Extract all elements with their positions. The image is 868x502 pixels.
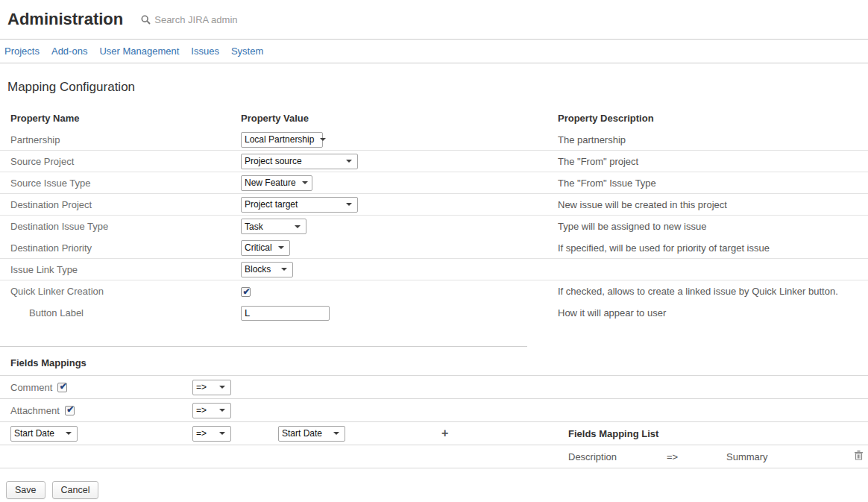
comment-checkbox[interactable]: ✔ <box>57 383 67 392</box>
table-row: Quick Linker Creation ✔ If checked, allo… <box>0 280 868 302</box>
table-row: Attachment ✔ => <box>0 399 868 422</box>
form-actions: Save Cancel <box>6 481 868 499</box>
property-name: Destination Project <box>10 199 241 210</box>
table-row: Source Project Project source The "From"… <box>0 151 868 172</box>
source-project-select[interactable]: Project source <box>241 154 358 169</box>
cancel-button[interactable]: Cancel <box>52 481 99 499</box>
mapping-source: Description <box>568 451 667 462</box>
table-row: Source Issue Type New Feature The "From"… <box>0 172 868 194</box>
admin-nav: Projects Add-ons User Management Issues … <box>0 40 868 63</box>
check-icon: ✔ <box>66 405 74 414</box>
nav-item-addons[interactable]: Add-ons <box>51 46 87 57</box>
fields-mappings-section: Fields Mappings <box>0 347 868 376</box>
page-heading: Administration <box>7 10 123 29</box>
trash-icon <box>854 450 864 463</box>
plus-icon[interactable]: + <box>431 427 558 440</box>
table-row: Description => Summary <box>0 445 868 468</box>
property-name: Source Project <box>10 156 241 167</box>
table-row: Start Date => Start Date + Fields Mappin… <box>0 422 868 445</box>
property-name: Issue Link Type <box>10 264 241 275</box>
chevron-down-icon <box>281 268 287 271</box>
chevron-down-icon <box>346 160 352 163</box>
property-name: Partnership <box>10 134 241 145</box>
property-description: The "From" project <box>558 156 868 167</box>
nav-item-system[interactable]: System <box>231 46 263 57</box>
nav-item-projects[interactable]: Projects <box>4 46 40 57</box>
chevron-down-icon <box>302 181 308 184</box>
table-row: Destination Issue Type Task Type will be… <box>0 216 868 237</box>
attachment-checkbox[interactable]: ✔ <box>65 406 75 415</box>
page-title: Mapping Configuration <box>7 80 868 95</box>
check-icon: ✔ <box>242 287 250 296</box>
table-row: Destination Project Project target New i… <box>0 194 868 216</box>
properties-table: Property Name Property Value Property De… <box>0 107 868 324</box>
destination-issue-type-select[interactable]: Task <box>241 219 306 234</box>
chevron-down-icon <box>320 138 326 141</box>
property-name: Source Issue Type <box>10 178 241 189</box>
chevron-down-icon <box>278 246 284 249</box>
property-description: If checked, allows to create a linked is… <box>558 286 868 297</box>
property-description: The "From" Issue Type <box>558 178 868 189</box>
destination-project-select[interactable]: Project target <box>241 197 358 213</box>
save-button[interactable]: Save <box>6 481 45 499</box>
search-input[interactable] <box>154 14 274 25</box>
chevron-down-icon <box>66 432 72 435</box>
admin-header: Administration <box>0 0 868 40</box>
attachment-label: Attachment <box>10 405 60 416</box>
property-description: The partnership <box>558 134 868 145</box>
property-name: Button Label <box>10 307 241 319</box>
admin-search[interactable] <box>141 14 274 25</box>
col-header-property-description: Property Description <box>558 113 868 124</box>
fields-mapping-list-title: Fields Mapping List <box>558 428 868 439</box>
destination-priority-select[interactable]: Critical <box>241 240 290 256</box>
property-description: New issue will be created in this projec… <box>558 199 868 210</box>
chevron-down-icon <box>295 225 301 228</box>
table-row: Destination Priority Critical If specifi… <box>0 237 868 259</box>
property-name: Destination Priority <box>10 242 241 254</box>
chevron-down-icon <box>333 432 339 435</box>
table-row: Issue Link Type Blocks <box>0 259 868 280</box>
partnership-select[interactable]: Local Partnership <box>241 132 323 148</box>
source-issue-type-select[interactable]: New Feature <box>241 175 312 191</box>
delete-mapping-button[interactable] <box>841 450 864 463</box>
table-row: Button Label How it will appear to user <box>0 302 868 324</box>
fields-mappings-title: Fields Mappings <box>10 357 87 368</box>
properties-table-header: Property Name Property Value Property De… <box>0 107 868 129</box>
mapping-list-row: Description => Summary <box>558 450 868 463</box>
source-field-select[interactable]: Start Date <box>10 426 78 442</box>
mapping-arrow-select[interactable]: => <box>192 426 231 442</box>
col-header-property-name: Property Name <box>10 113 241 124</box>
property-name: Destination Issue Type <box>10 221 241 232</box>
chevron-down-icon <box>219 386 225 389</box>
nav-item-user-management[interactable]: User Management <box>99 46 179 57</box>
comment-arrow-select[interactable]: => <box>192 380 231 395</box>
property-description: Type will be assigned to new issue <box>558 221 868 232</box>
mapping-arrow: => <box>667 451 726 462</box>
chevron-down-icon <box>346 203 352 206</box>
chevron-down-icon <box>219 409 225 412</box>
property-description: How it will appear to user <box>558 307 868 319</box>
search-icon <box>141 15 151 25</box>
mapping-target: Summary <box>726 451 841 462</box>
quick-linker-checkbox[interactable]: ✔ <box>241 287 251 297</box>
comment-label: Comment <box>10 382 52 393</box>
property-description: If specified, will be used for priority … <box>558 242 868 254</box>
property-name: Quick Linker Creation <box>10 286 241 297</box>
nav-item-issues[interactable]: Issues <box>191 46 219 57</box>
button-label-input[interactable] <box>241 306 330 321</box>
attachment-arrow-select[interactable]: => <box>192 403 231 418</box>
table-row: Partnership Local Partnership The partne… <box>0 129 868 151</box>
chevron-down-icon <box>219 432 225 435</box>
col-header-property-value: Property Value <box>241 113 558 124</box>
check-icon: ✔ <box>60 382 67 391</box>
target-field-select[interactable]: Start Date <box>278 426 345 442</box>
issue-link-type-select[interactable]: Blocks <box>241 262 293 277</box>
table-row: Comment ✔ => <box>0 376 868 399</box>
